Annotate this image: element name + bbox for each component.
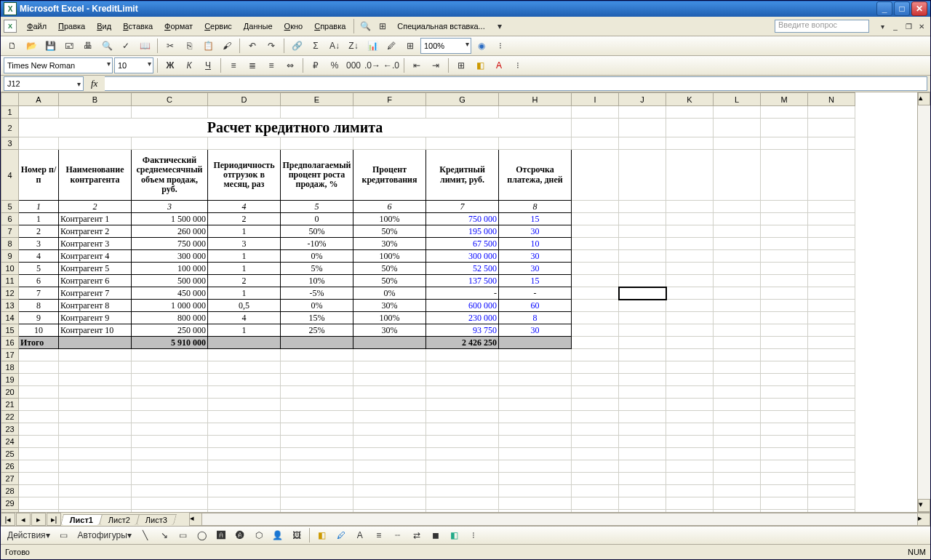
cell-M4[interactable]	[761, 150, 808, 201]
doc-restore-icon[interactable]: ❐	[903, 21, 914, 31]
menu-данные[interactable]: Данные	[238, 20, 279, 32]
data-cell[interactable]: Контрагент 2	[59, 225, 132, 238]
cell-G21[interactable]	[426, 399, 499, 411]
cell-K3[interactable]	[666, 137, 714, 150]
cell-E22[interactable]	[281, 411, 353, 423]
cell-F29[interactable]	[353, 497, 426, 510]
data-cell[interactable]: 1 000 000	[132, 300, 208, 312]
data-cell[interactable]: 15%	[281, 312, 353, 324]
cell-I28[interactable]	[572, 485, 619, 497]
cell-M27[interactable]	[761, 473, 808, 485]
colnum-cell[interactable]: 1	[19, 201, 59, 213]
cell-J12[interactable]	[619, 287, 666, 300]
cell-H19[interactable]	[499, 374, 572, 386]
cell-J3[interactable]	[619, 137, 666, 150]
cell-L26[interactable]	[714, 460, 761, 473]
cell-K4[interactable]	[666, 150, 714, 201]
data-cell[interactable]: 3	[208, 238, 281, 250]
cell-F30[interactable]	[353, 510, 426, 513]
cell-F24[interactable]	[353, 436, 426, 448]
cell-N20[interactable]	[808, 386, 855, 399]
cell-E19[interactable]	[281, 374, 353, 386]
cell-A3[interactable]	[19, 137, 59, 150]
cell-K30[interactable]	[666, 510, 714, 513]
menu-формат[interactable]: Формат	[159, 20, 199, 32]
row-header-7[interactable]: 7	[1, 225, 19, 238]
cell-F28[interactable]	[353, 485, 426, 497]
cell-N27[interactable]	[808, 473, 855, 485]
fx-label[interactable]: fx	[87, 78, 102, 89]
cell-H1[interactable]	[499, 106, 572, 119]
cell-F25[interactable]	[353, 448, 426, 460]
col-header-A[interactable]: A	[19, 93, 59, 106]
cell-K18[interactable]	[666, 361, 714, 374]
header-cell[interactable]: Процент кредитования	[353, 150, 426, 201]
cell-L8[interactable]	[714, 238, 761, 250]
open-icon[interactable]: 📂	[23, 37, 40, 55]
cell-M19[interactable]	[761, 374, 808, 386]
cell-M9[interactable]	[761, 250, 808, 263]
data-cell[interactable]: 1	[208, 263, 281, 275]
cell-A20[interactable]	[19, 386, 59, 399]
cell-K2[interactable]	[666, 119, 714, 137]
cell-I3[interactable]	[572, 137, 619, 150]
data-cell[interactable]: Контрагент 6	[59, 275, 132, 287]
cell-A21[interactable]	[19, 399, 59, 411]
ask-question-box[interactable]: Введите вопрос	[775, 20, 869, 33]
cell-L22[interactable]	[714, 411, 761, 423]
cell-E21[interactable]	[281, 399, 353, 411]
cell-L27[interactable]	[714, 473, 761, 485]
cell-L5[interactable]	[714, 201, 761, 213]
cell-H3[interactable]	[499, 137, 572, 150]
decrease-indent-icon[interactable]: ⇤	[408, 57, 425, 74]
cell-N22[interactable]	[808, 411, 855, 423]
diagram-icon[interactable]: ⬡	[250, 527, 268, 544]
cell-H29[interactable]	[499, 497, 572, 510]
header-cell[interactable]: Предполагаемый процент роста продаж, %	[281, 150, 353, 201]
row-header-23[interactable]: 23	[1, 423, 19, 436]
row-header-14[interactable]: 14	[1, 312, 19, 324]
col-header-I[interactable]: I	[572, 93, 619, 106]
app-icon[interactable]: X	[4, 20, 17, 33]
cell-C25[interactable]	[132, 448, 208, 460]
cell-G23[interactable]	[426, 423, 499, 436]
picture-icon[interactable]: 🖼	[288, 527, 305, 544]
colnum-cell[interactable]: 2	[59, 201, 132, 213]
cell-I25[interactable]	[572, 448, 619, 460]
cell-B22[interactable]	[59, 411, 132, 423]
tab-last-icon[interactable]: ▸|	[47, 513, 61, 526]
font-size-combo[interactable]: 10	[114, 57, 153, 73]
cell-I12[interactable]	[572, 287, 619, 300]
cell-J29[interactable]	[619, 497, 666, 510]
row-header-11[interactable]: 11	[1, 275, 19, 287]
horizontal-scrollbar[interactable]: ◂ ▸	[189, 513, 930, 526]
total-cell[interactable]: Итого	[19, 337, 59, 349]
cell-G22[interactable]	[426, 411, 499, 423]
colnum-cell[interactable]: 8	[499, 201, 572, 213]
data-cell[interactable]: 7	[19, 287, 59, 300]
data-cell[interactable]: 5	[19, 263, 59, 275]
data-cell[interactable]: -10%	[281, 238, 353, 250]
cell-L17[interactable]	[714, 349, 761, 361]
cell-N18[interactable]	[808, 361, 855, 374]
cell-J16[interactable]	[619, 337, 666, 349]
data-cell[interactable]: 2	[208, 213, 281, 225]
cell-D17[interactable]	[208, 349, 281, 361]
cell-I26[interactable]	[572, 460, 619, 473]
cell-H17[interactable]	[499, 349, 572, 361]
cell-J22[interactable]	[619, 411, 666, 423]
data-cell[interactable]: 1 500 000	[132, 213, 208, 225]
align-center-icon[interactable]: ≣	[244, 57, 261, 74]
sheet-tab-Лист3[interactable]: Лист3	[136, 514, 177, 525]
sort-asc-icon[interactable]: A↓	[326, 37, 343, 55]
cell-B27[interactable]	[59, 473, 132, 485]
cell-K7[interactable]	[666, 225, 714, 238]
cell-J24[interactable]	[619, 436, 666, 448]
cell-C19[interactable]	[132, 374, 208, 386]
row-header-16[interactable]: 16	[1, 337, 19, 349]
cell-L11[interactable]	[714, 275, 761, 287]
header-cell[interactable]: Номер п/п	[19, 150, 59, 201]
cell-B17[interactable]	[59, 349, 132, 361]
cell-M30[interactable]	[761, 510, 808, 513]
cell-J5[interactable]	[619, 201, 666, 213]
